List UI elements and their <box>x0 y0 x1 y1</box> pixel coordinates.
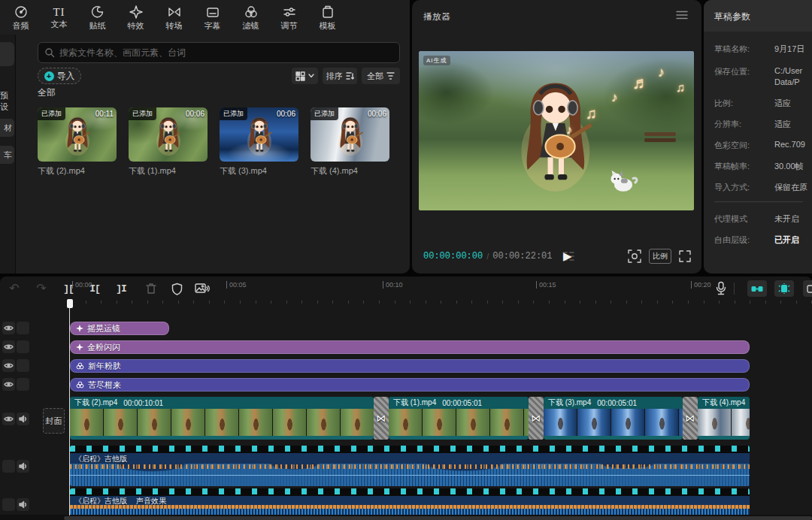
param-value[interactable]: 适应 <box>774 98 791 109</box>
media-card[interactable]: 已添加 00:06 下载 (3).mp4 <box>220 107 298 177</box>
track-visibility-toggle[interactable] <box>2 322 15 334</box>
track-visibility-toggle[interactable] <box>2 340 15 353</box>
tab-filters[interactable]: 滤镜 <box>232 0 270 35</box>
track-mute-toggle[interactable] <box>17 460 29 473</box>
param-value[interactable]: 保留在原 <box>774 182 807 193</box>
tab-audio[interactable]: 音频 <box>2 0 40 35</box>
tab-sticker[interactable]: 贴纸 <box>78 0 117 35</box>
play-button[interactable]: ▶ <box>563 249 572 263</box>
girl-figure <box>150 114 186 158</box>
filter-all-button[interactable]: 全部 <box>362 68 400 84</box>
fullscreen-icon[interactable] <box>679 250 691 262</box>
filter-clip[interactable]: 苦尽柑来 <box>70 378 750 392</box>
timeline-settings-button[interactable] <box>803 280 812 297</box>
clip-filmstrip <box>544 409 683 436</box>
view-mode-button[interactable] <box>292 68 318 84</box>
tab-text[interactable]: TI 文本 <box>40 0 78 35</box>
split-right-button[interactable]: ]I <box>113 281 129 296</box>
filters-icon <box>244 5 259 20</box>
param-value[interactable]: 未开启 <box>774 213 799 225</box>
video-clip[interactable]: 下载 (1).mp4 00:00:05:01 <box>389 397 529 440</box>
track-visibility-toggle[interactable] <box>2 378 15 391</box>
filter-clip[interactable]: 新年粉肤 <box>70 359 750 373</box>
clip-header: 下载 (4).mp4 0 <box>698 397 750 409</box>
track-slot[interactable] <box>2 498 15 511</box>
param-value[interactable]: 30.00帧 <box>774 161 804 172</box>
media-panel: 音频 TI 文本 贴纸 特效 转场 字幕 <box>0 0 410 274</box>
filter-icon <box>76 362 84 370</box>
hamburger-menu-icon[interactable] <box>676 11 688 20</box>
ai-watermark: AI生成 <box>423 56 450 65</box>
transition-clip[interactable]: ⋈ <box>529 397 544 440</box>
import-button[interactable]: + 导入 <box>38 68 81 84</box>
effect-clip[interactable]: 摇晃运镜 <box>70 322 169 335</box>
param-value[interactable]: Rec.709 <box>774 140 805 149</box>
effect-clip[interactable]: 金粉闪闪 <box>70 340 750 354</box>
sidebar-item-material[interactable]: 材 <box>0 119 14 137</box>
delete-button[interactable] <box>143 281 159 296</box>
sort-label: 排序 <box>326 71 343 82</box>
search-placeholder: 搜索文件名称、画面元素、台词 <box>59 47 186 59</box>
girl-figure <box>243 114 276 158</box>
link-toggle-button[interactable] <box>747 280 767 297</box>
cover-button[interactable]: 封面 <box>43 408 65 434</box>
param-value[interactable]: 已开启 <box>774 234 799 246</box>
divider <box>714 201 803 202</box>
filter-all-label: 全部 <box>367 71 383 82</box>
audio-clip[interactable]: 《启程》吉他版 <box>70 446 750 486</box>
redo-button[interactable]: ↷ <box>33 281 50 296</box>
transition-clip[interactable]: ⋈ <box>374 397 389 440</box>
track-mute-toggle[interactable] <box>17 413 29 425</box>
sort-button[interactable]: 排序 <box>323 68 357 84</box>
tab-transition[interactable]: 转场 <box>155 0 193 35</box>
filter-icon <box>76 381 84 388</box>
transition-clip[interactable]: ⋈ <box>683 397 698 440</box>
param-value[interactable]: 适应 <box>774 119 791 130</box>
waveform-peaks <box>70 464 750 469</box>
tab-template[interactable]: 模板 <box>308 0 347 35</box>
mask-button[interactable] <box>168 281 185 296</box>
media-card[interactable]: 已添加 00:06 下载 (1).mp4 <box>129 107 208 177</box>
sidebar-selected-item[interactable] <box>0 42 14 66</box>
tab-captions[interactable]: 字幕 <box>193 0 232 35</box>
focus-frame-icon[interactable] <box>628 249 641 263</box>
microphone-icon[interactable] <box>714 281 728 296</box>
track-lock-slot[interactable] <box>17 378 29 391</box>
video-clip[interactable]: 下载 (2).mp4 00:00:10:01 <box>70 397 374 440</box>
trash-icon <box>145 283 157 295</box>
video-clip[interactable]: 下载 (3).mp4 00:00:05:01 <box>544 397 683 440</box>
track-mute-toggle[interactable] <box>17 498 29 511</box>
audio-clip[interactable]: 《启程》吉他版 声音效果 <box>70 488 750 515</box>
undo-button[interactable]: ↶ <box>6 281 23 296</box>
search-input[interactable]: 搜索文件名称、画面元素、台词 <box>38 42 400 63</box>
added-badge: 已添加 <box>38 107 65 120</box>
snap-toggle-button[interactable] <box>774 280 794 297</box>
extract-audio-button[interactable] <box>194 281 211 296</box>
track-lock-slot[interactable] <box>17 322 29 334</box>
video-clip[interactable]: 下载 (4).mp4 0 <box>698 397 750 440</box>
horizontal-scrollbar[interactable] <box>64 516 812 520</box>
clip-name: 下载 (3).mp4 <box>548 398 591 408</box>
track-lock-slot[interactable] <box>17 359 29 372</box>
track-lock-slot[interactable] <box>17 340 29 353</box>
track-slot[interactable] <box>2 460 15 473</box>
media-filename: 下载 (3).mp4 <box>220 165 298 177</box>
plus-icon: + <box>44 71 54 81</box>
track-visibility-toggle[interactable] <box>2 359 15 372</box>
tab-effects-label: 特效 <box>128 22 144 30</box>
redo-icon: ↷ <box>36 283 46 295</box>
sidebar-item-preset[interactable]: 预设 <box>0 90 14 113</box>
search-icon <box>44 47 55 58</box>
media-card[interactable]: 已添加 00:11 下载 (2).mp4 <box>38 107 117 177</box>
tab-effects[interactable]: 特效 <box>117 0 155 35</box>
timeline-ruler[interactable] <box>70 299 812 314</box>
track-visibility-toggle[interactable] <box>2 413 15 425</box>
tab-adjust[interactable]: 调节 <box>270 0 308 35</box>
ratio-button[interactable]: 比例 <box>649 249 671 264</box>
media-card[interactable]: 已添加 00:06 下载 (4).mp4 <box>311 107 389 177</box>
timeline-panel: ↶ ↷ ][ I[ ]I 00:00 00:05 00:10 00:15 00: <box>0 277 812 520</box>
clip-filmstrip <box>70 409 374 436</box>
sidebar-item-cut[interactable]: 车 <box>0 146 14 164</box>
playhead-handle[interactable] <box>67 299 73 308</box>
video-preview[interactable]: AI生成 ♪ ♫ ♪ ♬ ♪ ♫ <box>419 51 694 210</box>
